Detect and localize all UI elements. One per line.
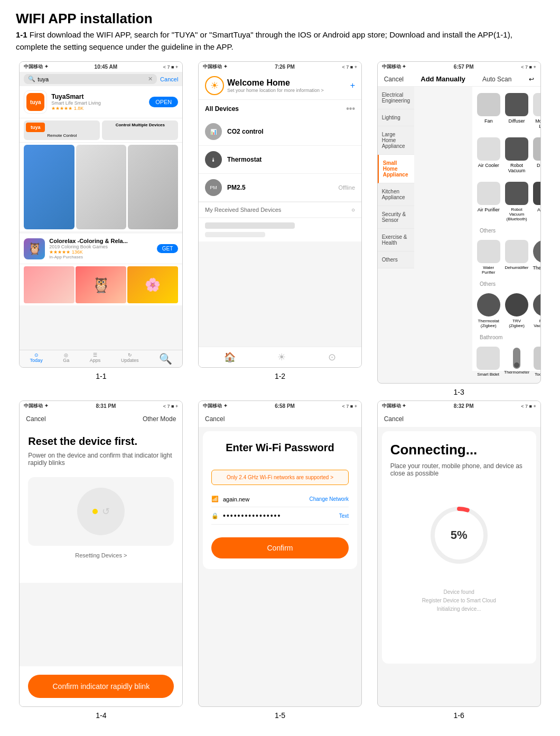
screen-1-2: 中国移动 ✦ 7:26 PM < 7 ■ + ☀ Welcome Home Se… [198,61,362,368]
password-input[interactable]: •••••••••••••••• [223,511,335,520]
change-network-btn[interactable]: Change Network [310,496,349,502]
time-1-3: 6:57 PM [454,64,474,70]
device-air-box[interactable]: Air Box [532,179,541,225]
icons-1-6: < 7 ■ + [521,404,536,409]
icons-1-4: < 7 ■ + [163,404,178,409]
device-mosquito[interactable]: Mosquito Lamp [532,90,541,132]
tab-today[interactable]: ⊙ Today [30,352,43,365]
add-device-icon[interactable]: + [350,81,355,90]
device-air-purifier[interactable]: Air Purifier [475,179,501,225]
robot-vacuum-label: Robot Vacuum [505,163,528,173]
scene-icon-nav[interactable]: ☀ [277,351,286,363]
cat-others[interactable]: Others [378,251,414,268]
open-button-tuya[interactable]: OPEN [149,97,178,107]
search-input-1-1[interactable]: 🔍 tuya ✕ [24,74,157,84]
device-dehumidifier[interactable]: Dehumidifier [503,237,529,278]
screen-1-6-container: 中国移动 ✦ 8:32 PM < 7 ■ + Cancel Connecting… [374,400,544,720]
thermostat-name: Thermostat [227,156,262,163]
reset-desc: Power on the device and confirm that ind… [28,452,174,467]
device-toothbrush[interactable]: Toothbrush [533,343,541,380]
cat-lighting[interactable]: Lighting [378,109,414,126]
scan-icon[interactable]: ↩ [529,76,534,83]
cat-security[interactable]: Security & Sensor [378,206,414,229]
device-row-pm25[interactable]: PM PM2.5 Offline [199,174,361,202]
air-cooler-label: Air Cooler [478,163,499,168]
banner-right: Control Multiple Devices [102,120,178,140]
confirm-blink-button[interactable]: Confirm indicator rapidly blink [28,675,174,698]
reset-content: Reset the device first. Power on the dev… [20,427,182,583]
subtitle-text: First download the WIFI APP, search for … [16,30,512,51]
cancel-btn-1-4[interactable]: Cancel [26,415,45,423]
co2-info: CO2 control [227,128,264,135]
tab-games[interactable]: ◎ Ga [63,352,69,365]
carrier-1-1: 中国移动 ✦ [24,63,49,70]
colorelax-icon: 🦉 [24,238,45,259]
screen-1-2-container: 中国移动 ✦ 7:26 PM < 7 ■ + ☀ Welcome Home Se… [195,61,366,396]
profile-icon-nav[interactable]: ⊙ [328,351,336,363]
search-icon: 🔍 [28,76,35,82]
toothbrush-label: Toothbrush [535,372,540,377]
screen-1-5: 中国移动 ✦ 6:58 PM < 7 ■ + Cancel Enter Wi-F… [198,400,362,707]
wifi-icon: 📶 [211,496,219,502]
cat-small-appliance[interactable]: Small Home Appliance [378,155,414,183]
device-diffuser[interactable]: Diffuser [503,90,529,132]
device-robot-vacuum[interactable]: Robot Vacuum [503,134,529,176]
bottom-nav-1-2: 🏠 ☀ ⊙ [199,347,361,367]
cat-kitchen[interactable]: Kitchen Appliance [378,183,414,206]
cancel-btn-1-5[interactable]: Cancel [205,415,225,423]
show-password-btn[interactable]: Text [339,513,349,519]
screen-1-3: 中国移动 ✦ 6:57 PM < 7 ■ + Cancel Add Manual… [377,61,541,384]
device-thermostat-zigbee[interactable]: Thermostat (Zigbee) [475,290,501,331]
cat-large-appliance[interactable]: Large Home Appliance [378,126,414,155]
other-mode-btn[interactable]: Other Mode [143,415,176,423]
colorelax-sub: In-App Purchases [49,255,152,259]
device-thermostat[interactable]: Thermostat [532,237,541,278]
search-bar-1-1[interactable]: 🔍 tuya ✕ Cancel [20,72,182,86]
device-grid-others: Water Purifier Dehumidifier Thermostat [475,237,541,278]
lock-icon: 🔒 [211,513,219,519]
auto-scan-label[interactable]: Auto Scan [482,76,511,83]
screenshot-3 [128,145,178,229]
device-fan[interactable]: Fan [475,90,501,132]
connecting-desc: Place your router, mobile phone, and dev… [390,462,528,477]
screenshot-1 [24,145,74,229]
tuya-app-rating: ★★★★★ 1.8K [51,106,145,111]
add-device-body: Electrical Engineering Lighting Large Ho… [378,87,540,371]
clear-icon[interactable]: ✕ [148,76,153,82]
robot-bt-thumb [505,182,528,205]
tab-apps[interactable]: ☰ Apps [90,352,101,365]
thermostat-thumb [533,240,540,263]
confirm-wifi-button[interactable]: Confirm [211,537,349,558]
device-trv[interactable]: TRV (Zigbee) [503,290,529,331]
diffuser-label: Diffuser [509,118,525,124]
cat-exercise[interactable]: Exercise & Health [378,229,414,251]
home-icon-nav[interactable]: 🏠 [224,351,236,363]
wifi-title: Enter Wi-Fi Password [211,442,349,454]
tab-search[interactable]: 🔍 [159,352,172,365]
screen-1-5-container: 中国移动 ✦ 6:58 PM < 7 ■ + Cancel Enter Wi-F… [195,400,366,720]
time-1-4: 8:31 PM [96,403,116,409]
page-title-section: WIFI APP installation 1-1 First download… [16,11,544,53]
device-smart-bidet[interactable]: Smart Bidet [475,343,501,380]
tab-updates[interactable]: ↻ Updates [121,352,139,365]
device-diffuser2[interactable]: Diffuser [532,134,541,176]
device-row-co2[interactable]: 📊 CO2 control [199,118,361,146]
thermostat-zigbee-thumb [477,293,500,316]
cancel-button-1-1[interactable]: Cancel [160,76,178,82]
cat-electrical[interactable]: Electrical Engineering [378,87,414,109]
device-thermometer[interactable]: Thermometer [503,343,530,380]
robot-vacuum-thumb [505,137,528,161]
reset-circle: ↺ [77,488,125,535]
reset-header: Cancel Other Mode [20,411,182,427]
get-button-colorelax[interactable]: GET [157,244,179,253]
all-devices-more[interactable]: ••• [346,104,355,114]
device-air-cooler[interactable]: Air Cooler [475,134,501,176]
device-water-purifier[interactable]: Water Purifier [475,237,501,278]
cancel-btn-1-3[interactable]: Cancel [384,76,404,83]
device-robot-vacuum-dp[interactable]: Robot Vacuum DP [532,290,541,331]
reset-link[interactable]: Resetting Devices > [28,552,174,558]
cancel-btn-1-6[interactable]: Cancel [384,415,404,423]
device-row-thermostat[interactable]: 🌡 Thermostat [199,146,361,174]
robot-bt-label: Robot Vacuum (Bluetooth) [505,207,528,221]
device-robot-bt[interactable]: Robot Vacuum (Bluetooth) [503,179,529,225]
